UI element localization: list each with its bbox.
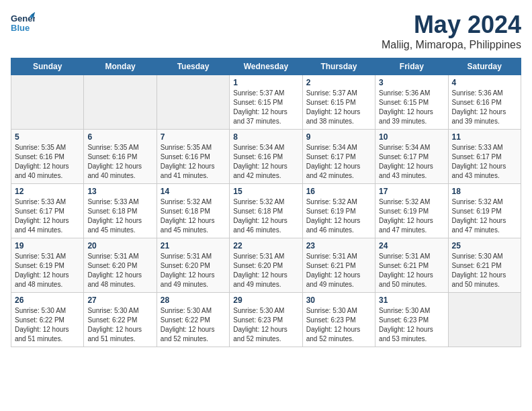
day-number: 1 bbox=[233, 78, 298, 87]
calendar-cell: 3Sunrise: 5:36 AMSunset: 6:15 PMDaylight… bbox=[375, 75, 448, 130]
day-info: Sunrise: 5:33 AMSunset: 6:18 PMDaylight:… bbox=[87, 197, 152, 235]
day-info: Sunrise: 5:31 AMSunset: 6:20 PMDaylight:… bbox=[233, 252, 298, 289]
day-number: 7 bbox=[161, 132, 226, 142]
calendar-cell: 26Sunrise: 5:30 AMSunset: 6:22 PMDayligh… bbox=[11, 293, 84, 347]
calendar-cell: 9Sunrise: 5:34 AMSunset: 6:17 PMDaylight… bbox=[302, 130, 375, 184]
day-info: Sunrise: 5:36 AMSunset: 6:15 PMDaylight:… bbox=[379, 89, 444, 126]
day-info: Sunrise: 5:32 AMSunset: 6:19 PMDaylight:… bbox=[452, 197, 517, 235]
day-number: 6 bbox=[87, 132, 152, 142]
calendar-cell: 22Sunrise: 5:31 AMSunset: 6:20 PMDayligh… bbox=[230, 238, 302, 293]
calendar-body: 1Sunrise: 5:37 AMSunset: 6:15 PMDaylight… bbox=[11, 75, 521, 347]
day-info: Sunrise: 5:31 AMSunset: 6:21 PMDaylight:… bbox=[379, 252, 444, 289]
day-number: 18 bbox=[452, 187, 517, 196]
calendar-cell: 10Sunrise: 5:34 AMSunset: 6:17 PMDayligh… bbox=[375, 130, 448, 184]
calendar-cell: 2Sunrise: 5:37 AMSunset: 6:15 PMDaylight… bbox=[302, 75, 375, 130]
day-info: Sunrise: 5:34 AMSunset: 6:17 PMDaylight:… bbox=[306, 143, 371, 181]
calendar-cell: 16Sunrise: 5:32 AMSunset: 6:19 PMDayligh… bbox=[302, 184, 375, 238]
weekday-header-thursday: Thursday bbox=[302, 58, 375, 75]
calendar-cell: 5Sunrise: 5:35 AMSunset: 6:16 PMDaylight… bbox=[11, 130, 84, 184]
calendar-cell: 27Sunrise: 5:30 AMSunset: 6:22 PMDayligh… bbox=[84, 293, 157, 347]
day-info: Sunrise: 5:37 AMSunset: 6:15 PMDaylight:… bbox=[306, 89, 371, 126]
calendar-week-5: 26Sunrise: 5:30 AMSunset: 6:22 PMDayligh… bbox=[11, 293, 521, 347]
day-number: 30 bbox=[306, 295, 371, 305]
weekday-header-monday: Monday bbox=[84, 58, 157, 75]
calendar-cell: 31Sunrise: 5:30 AMSunset: 6:23 PMDayligh… bbox=[375, 293, 448, 347]
day-number: 12 bbox=[15, 187, 80, 196]
calendar-cell: 28Sunrise: 5:30 AMSunset: 6:22 PMDayligh… bbox=[157, 293, 229, 347]
calendar-cell: 6Sunrise: 5:35 AMSunset: 6:16 PMDaylight… bbox=[84, 130, 157, 184]
day-info: Sunrise: 5:33 AMSunset: 6:17 PMDaylight:… bbox=[452, 143, 517, 181]
calendar-week-3: 12Sunrise: 5:33 AMSunset: 6:17 PMDayligh… bbox=[11, 184, 521, 238]
day-number: 27 bbox=[87, 295, 152, 305]
calendar-cell: 4Sunrise: 5:36 AMSunset: 6:16 PMDaylight… bbox=[448, 75, 521, 130]
day-info: Sunrise: 5:31 AMSunset: 6:20 PMDaylight:… bbox=[87, 252, 152, 289]
calendar-cell bbox=[157, 75, 229, 130]
day-info: Sunrise: 5:35 AMSunset: 6:16 PMDaylight:… bbox=[161, 143, 226, 181]
calendar-cell: 21Sunrise: 5:31 AMSunset: 6:20 PMDayligh… bbox=[157, 238, 229, 293]
day-number: 23 bbox=[306, 241, 371, 250]
weekday-header-saturday: Saturday bbox=[448, 58, 521, 75]
calendar-cell: 20Sunrise: 5:31 AMSunset: 6:20 PMDayligh… bbox=[84, 238, 157, 293]
subtitle: Maliig, Mimaropa, Philippines bbox=[382, 39, 521, 51]
day-number: 31 bbox=[379, 295, 444, 305]
calendar-cell: 13Sunrise: 5:33 AMSunset: 6:18 PMDayligh… bbox=[84, 184, 157, 238]
calendar-cell: 30Sunrise: 5:30 AMSunset: 6:23 PMDayligh… bbox=[302, 293, 375, 347]
day-info: Sunrise: 5:30 AMSunset: 6:21 PMDaylight:… bbox=[452, 252, 517, 289]
day-info: Sunrise: 5:34 AMSunset: 6:17 PMDaylight:… bbox=[379, 143, 444, 181]
calendar-week-4: 19Sunrise: 5:31 AMSunset: 6:19 PMDayligh… bbox=[11, 238, 521, 293]
day-number: 14 bbox=[161, 187, 226, 196]
calendar-cell: 14Sunrise: 5:32 AMSunset: 6:18 PMDayligh… bbox=[157, 184, 229, 238]
title-block: May 2024 Maliig, Mimaropa, Philippines bbox=[382, 11, 521, 51]
calendar-cell: 19Sunrise: 5:31 AMSunset: 6:19 PMDayligh… bbox=[11, 238, 84, 293]
day-number: 13 bbox=[87, 187, 152, 196]
calendar-cell: 8Sunrise: 5:34 AMSunset: 6:16 PMDaylight… bbox=[230, 130, 302, 184]
weekday-header-tuesday: Tuesday bbox=[157, 58, 229, 75]
day-info: Sunrise: 5:31 AMSunset: 6:19 PMDaylight:… bbox=[15, 252, 80, 289]
calendar-cell: 1Sunrise: 5:37 AMSunset: 6:15 PMDaylight… bbox=[230, 75, 302, 130]
weekday-header-wednesday: Wednesday bbox=[230, 58, 302, 75]
calendar-table: SundayMondayTuesdayWednesdayThursdayFrid… bbox=[11, 58, 521, 347]
day-info: Sunrise: 5:32 AMSunset: 6:18 PMDaylight:… bbox=[233, 197, 298, 235]
weekday-header-sunday: Sunday bbox=[11, 58, 84, 75]
calendar-header: SundayMondayTuesdayWednesdayThursdayFrid… bbox=[11, 58, 521, 75]
calendar-cell: 25Sunrise: 5:30 AMSunset: 6:21 PMDayligh… bbox=[448, 238, 521, 293]
day-number: 20 bbox=[87, 241, 152, 250]
day-number: 22 bbox=[233, 241, 298, 250]
day-info: Sunrise: 5:30 AMSunset: 6:23 PMDaylight:… bbox=[233, 306, 298, 344]
day-number: 26 bbox=[15, 295, 80, 305]
day-info: Sunrise: 5:35 AMSunset: 6:16 PMDaylight:… bbox=[87, 143, 152, 181]
day-info: Sunrise: 5:30 AMSunset: 6:22 PMDaylight:… bbox=[15, 306, 80, 344]
day-number: 9 bbox=[306, 132, 371, 142]
day-info: Sunrise: 5:30 AMSunset: 6:22 PMDaylight:… bbox=[161, 306, 226, 344]
day-info: Sunrise: 5:36 AMSunset: 6:16 PMDaylight:… bbox=[452, 89, 517, 126]
day-number: 19 bbox=[15, 241, 80, 250]
svg-text:Blue: Blue bbox=[11, 23, 30, 33]
calendar-cell: 24Sunrise: 5:31 AMSunset: 6:21 PMDayligh… bbox=[375, 238, 448, 293]
logo: General Blue bbox=[11, 11, 35, 35]
day-number: 29 bbox=[233, 295, 298, 305]
day-info: Sunrise: 5:30 AMSunset: 6:22 PMDaylight:… bbox=[87, 306, 152, 344]
day-info: Sunrise: 5:31 AMSunset: 6:20 PMDaylight:… bbox=[161, 252, 226, 289]
day-info: Sunrise: 5:32 AMSunset: 6:19 PMDaylight:… bbox=[379, 197, 444, 235]
day-number: 3 bbox=[379, 78, 444, 87]
day-number: 10 bbox=[379, 132, 444, 142]
calendar-cell: 12Sunrise: 5:33 AMSunset: 6:17 PMDayligh… bbox=[11, 184, 84, 238]
weekday-row: SundayMondayTuesdayWednesdayThursdayFrid… bbox=[11, 58, 521, 75]
day-info: Sunrise: 5:30 AMSunset: 6:23 PMDaylight:… bbox=[306, 306, 371, 344]
day-number: 4 bbox=[452, 78, 517, 87]
main-title: May 2024 bbox=[382, 11, 521, 39]
calendar-cell bbox=[448, 293, 521, 347]
day-info: Sunrise: 5:33 AMSunset: 6:17 PMDaylight:… bbox=[15, 197, 80, 235]
day-number: 21 bbox=[161, 241, 226, 250]
page-header: General Blue May 2024 Maliig, Mimaropa, … bbox=[11, 11, 521, 51]
calendar-cell bbox=[11, 75, 84, 130]
calendar-cell: 7Sunrise: 5:35 AMSunset: 6:16 PMDaylight… bbox=[157, 130, 229, 184]
day-number: 5 bbox=[15, 132, 80, 142]
day-number: 11 bbox=[452, 132, 517, 142]
day-info: Sunrise: 5:32 AMSunset: 6:19 PMDaylight:… bbox=[306, 197, 371, 235]
calendar-cell: 29Sunrise: 5:30 AMSunset: 6:23 PMDayligh… bbox=[230, 293, 302, 347]
calendar-cell: 18Sunrise: 5:32 AMSunset: 6:19 PMDayligh… bbox=[448, 184, 521, 238]
day-info: Sunrise: 5:31 AMSunset: 6:21 PMDaylight:… bbox=[306, 252, 371, 289]
day-number: 28 bbox=[161, 295, 226, 305]
calendar-cell bbox=[84, 75, 157, 130]
